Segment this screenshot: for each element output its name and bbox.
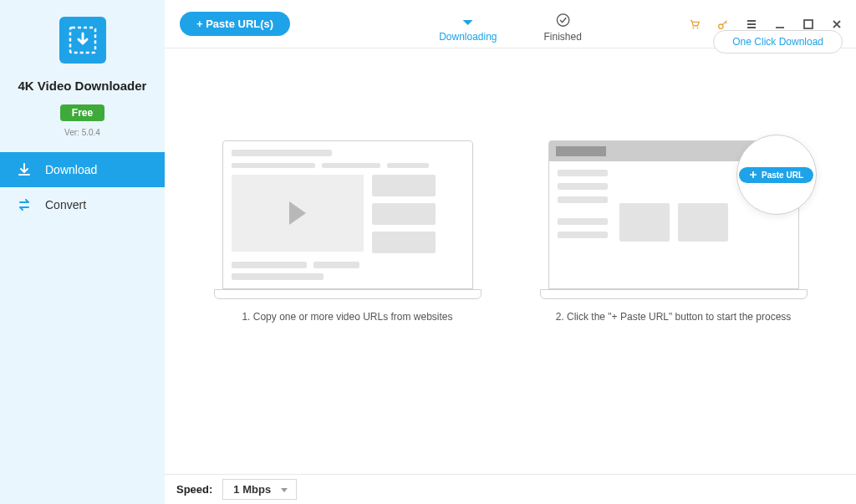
top-actions: One Click Download xyxy=(689,18,856,30)
cart-icon[interactable] xyxy=(689,18,701,30)
download-arrow-icon xyxy=(459,11,477,29)
content-area: 1. Copy one or more video URLs from webs… xyxy=(165,48,856,504)
svg-point-1 xyxy=(557,14,568,26)
logo-icon xyxy=(68,25,98,55)
sidebar-nav: Download Convert xyxy=(0,152,165,222)
version-label: Ver: 5.0.4 xyxy=(64,128,100,137)
minimize-icon[interactable] xyxy=(774,18,786,30)
sidebar-item-label: Download xyxy=(45,163,97,176)
tab-label: Finished xyxy=(544,31,582,43)
paste-url-mini-button: Paste URL xyxy=(739,167,813,183)
app-logo xyxy=(59,17,106,64)
paste-url-button[interactable]: + Paste URL(s) xyxy=(180,12,290,36)
plus-icon xyxy=(749,171,757,179)
topbar: + Paste URL(s) Downloading Finished xyxy=(165,0,856,48)
sidebar: 4K Video Downloader Free Ver: 5.0.4 Down… xyxy=(0,0,165,504)
convert-icon xyxy=(15,196,33,214)
tab-downloading[interactable]: Downloading xyxy=(439,11,497,48)
close-icon[interactable] xyxy=(831,18,843,30)
key-icon[interactable] xyxy=(717,18,729,30)
svg-rect-5 xyxy=(804,20,813,28)
laptop-illustration-1 xyxy=(214,140,482,299)
guide-caption-1: 1. Copy one or more video URLs from webs… xyxy=(242,311,452,323)
maximize-icon[interactable] xyxy=(802,18,814,30)
sidebar-item-label: Convert xyxy=(45,198,86,211)
svg-point-2 xyxy=(692,27,694,28)
sidebar-item-convert[interactable]: Convert xyxy=(0,187,165,222)
svg-point-3 xyxy=(697,27,699,28)
magnifier-overlay: Paste URL xyxy=(736,135,817,215)
tab-label: Downloading xyxy=(439,31,497,43)
menu-icon[interactable] xyxy=(746,18,757,30)
speed-label: Speed: xyxy=(176,483,212,496)
check-circle-icon xyxy=(553,11,572,29)
speed-select[interactable]: 1 Mbps xyxy=(222,479,297,500)
play-icon xyxy=(289,201,306,225)
main-area: + Paste URL(s) Downloading Finished xyxy=(165,0,856,504)
license-badge: Free xyxy=(60,104,104,121)
download-icon xyxy=(15,160,33,179)
tabs: Downloading Finished xyxy=(439,0,582,48)
bottombar: Speed: 1 Mbps xyxy=(165,474,856,504)
guide-caption-2: 2. Click the "+ Paste URL" button to sta… xyxy=(556,311,792,323)
guide-step-1: 1. Copy one or more video URLs from webs… xyxy=(214,140,482,323)
guide-step-2: Paste URL 2. Click the "+ Paste URL" but… xyxy=(540,140,808,323)
laptop-illustration-2: Paste URL xyxy=(540,140,808,299)
sidebar-item-download[interactable]: Download xyxy=(0,152,165,187)
app-title: 4K Video Downloader xyxy=(18,79,147,93)
tab-finished[interactable]: Finished xyxy=(544,11,582,48)
video-thumbnail-skeleton xyxy=(232,175,364,252)
